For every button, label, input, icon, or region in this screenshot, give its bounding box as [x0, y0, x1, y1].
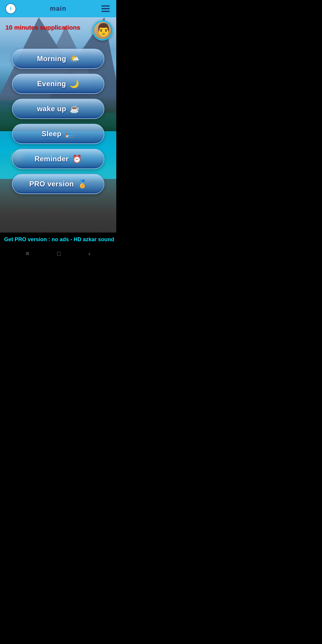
wakeup-button[interactable]: wake up ☕ — [12, 99, 104, 119]
reminder-button[interactable]: Reminder ⏰ — [12, 149, 104, 169]
android-back-button[interactable]: ‹ — [89, 250, 91, 257]
morning-icon: 🌤️ — [70, 54, 79, 64]
wakeup-icon: ☕ — [70, 104, 79, 114]
buttons-container: Morning 🌤️ Evening 🌙 wake up ☕ Sleep 🛏️ … — [0, 49, 116, 194]
morning-label: Morning — [37, 55, 66, 63]
evening-icon: 🌙 — [69, 79, 79, 89]
page-title: main — [50, 5, 66, 13]
pro-version-button[interactable]: PRO version 🏅 — [12, 174, 104, 194]
evening-button[interactable]: Evening 🌙 — [12, 74, 104, 94]
wakeup-label: wake up — [37, 105, 66, 113]
main-content: 10 minutes supplications Morning 🌤️ Even… — [0, 17, 116, 233]
hamburger-menu-button[interactable] — [100, 4, 111, 13]
android-menu-button[interactable]: ≡ — [26, 250, 30, 257]
top-bar: i main — [0, 0, 116, 17]
sleep-label: Sleep — [42, 130, 62, 138]
reminder-icon: ⏰ — [72, 154, 82, 164]
promo-banner: Get PRO version : no ads - HD azkar soun… — [0, 233, 116, 246]
sleep-icon: 🛏️ — [65, 129, 75, 139]
promo-text: Get PRO version : no ads - HD azkar soun… — [4, 236, 114, 243]
avatar-image — [94, 22, 111, 39]
android-home-button[interactable]: □ — [57, 250, 61, 257]
sleep-button[interactable]: Sleep 🛏️ — [12, 124, 104, 144]
android-nav-bar: ≡ □ ‹ — [0, 246, 116, 261]
morning-button[interactable]: Morning 🌤️ — [12, 49, 104, 69]
info-button[interactable]: i — [5, 3, 16, 14]
evening-label: Evening — [37, 80, 66, 88]
pro-icon: 🏅 — [78, 179, 87, 189]
app-title: 10 minutes supplications — [5, 24, 80, 31]
avatar[interactable] — [92, 20, 113, 41]
reminder-label: Reminder — [35, 155, 69, 163]
pro-label: PRO version — [29, 180, 74, 188]
